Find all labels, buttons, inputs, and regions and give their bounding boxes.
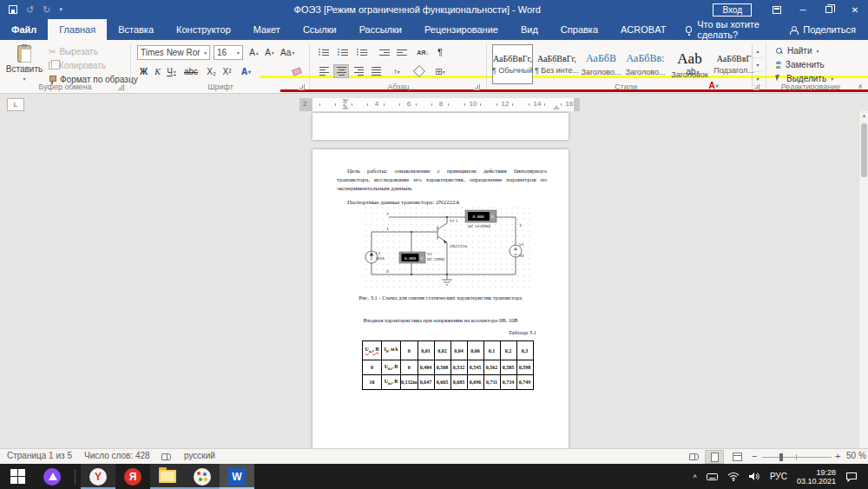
collapse-ribbon-icon[interactable]: ∧ — [858, 83, 863, 90]
table-cell[interactable]: 0,508 — [434, 360, 450, 375]
paragraph-dialog-launcher[interactable] — [474, 84, 480, 90]
tab-file[interactable]: Файл — [0, 19, 48, 40]
page-indicator[interactable]: Страница 1 из 5 — [7, 451, 72, 460]
clipboard-dialog-launcher[interactable] — [118, 84, 124, 90]
shading-button[interactable] — [411, 64, 427, 78]
font-dialog-launcher[interactable] — [299, 84, 305, 90]
borders-button[interactable]: ⊞▾ — [432, 64, 448, 78]
superscript-button[interactable]: X² — [220, 64, 233, 78]
table-cell[interactable]: 10 — [363, 375, 382, 390]
tab-acrobat[interactable]: ACROBAT — [609, 19, 677, 40]
table-cell[interactable]: 0 — [401, 360, 418, 375]
table-cell[interactable]: 0,598 — [516, 360, 533, 375]
align-center-button[interactable] — [333, 64, 349, 78]
table-header-cell[interactable]: 0,06 — [467, 341, 483, 360]
table-cell[interactable]: 0,711 — [483, 375, 500, 390]
paragraph-goal[interactable]: Цель работы: ознакомление с принципом де… — [337, 167, 547, 193]
undo-icon[interactable]: ↺ — [26, 5, 34, 15]
word-count[interactable]: Число слов: 428 — [84, 451, 150, 460]
table-cell[interactable]: 0,132m — [401, 375, 418, 390]
proofing-icon[interactable] — [161, 453, 171, 462]
font-size-combo[interactable]: 16▾ — [214, 45, 243, 60]
table-label[interactable]: Таблица 3.1 — [312, 328, 536, 337]
table-header-cell[interactable]: 0,04 — [450, 341, 467, 360]
taskbar-word-button[interactable]: W — [220, 464, 254, 489]
style-card-0[interactable]: АаБбВвГг,¶ Обычный — [492, 44, 533, 84]
read-mode-button[interactable] — [684, 450, 703, 464]
style-card-3[interactable]: АаБбВв:Заголово... — [625, 44, 666, 84]
align-left-button[interactable] — [316, 64, 332, 78]
table-cell[interactable]: 0,685 — [450, 375, 467, 390]
start-button[interactable] — [0, 464, 35, 489]
scroll-up-icon[interactable]: ▲ — [859, 113, 868, 118]
zoom-out-button[interactable]: − — [752, 451, 757, 461]
replace-button[interactable]: abас Заменить — [776, 60, 825, 69]
zoom-level[interactable]: 50 % — [846, 451, 866, 460]
hidden-icons-chevron[interactable]: ˄ — [693, 472, 697, 480]
multilevel-list-button[interactable] — [354, 45, 370, 59]
line-spacing-button[interactable]: ↕▾ — [389, 64, 404, 78]
tab-рецензирование[interactable]: Рецензирование — [413, 19, 510, 40]
bold-button[interactable]: Ж — [137, 64, 150, 78]
tab-справка[interactable]: Справка — [549, 19, 609, 40]
subscript-button[interactable]: X₂ — [205, 64, 218, 78]
table-cell[interactable]: 0,562 — [483, 360, 500, 375]
tab-главная[interactable]: Главная — [48, 19, 107, 40]
change-case-button[interactable]: Аа▾ — [280, 45, 294, 59]
underline-button[interactable]: Ч▾ — [165, 64, 178, 78]
web-layout-button[interactable] — [727, 450, 746, 464]
table-heading[interactable]: Входная характеристика при напряжении на… — [312, 316, 569, 325]
tab-вставка[interactable]: Вставка — [107, 19, 165, 40]
shrink-font-button[interactable]: А▾ — [263, 45, 276, 59]
font-family-combo[interactable]: Times New Ror▾ — [137, 45, 210, 60]
find-button[interactable]: Найти▾ — [776, 46, 819, 56]
ribbon-display-options-button[interactable] — [764, 0, 790, 19]
table-cell[interactable]: 0,585 — [500, 360, 516, 375]
copy-button[interactable]: Копировать — [49, 61, 106, 70]
close-button[interactable]: ✕ — [842, 0, 868, 19]
sign-in-button[interactable]: Вход — [713, 3, 752, 17]
taskbar-yandex-button[interactable]: Я — [115, 464, 150, 489]
styles-scroll-down-icon[interactable]: ▾ — [753, 58, 763, 72]
align-right-button[interactable] — [351, 64, 366, 78]
vertical-scrollbar[interactable]: ▲ — [858, 111, 868, 448]
style-card-4[interactable]: AabЗаголовок — [669, 44, 710, 84]
zoom-slider-track[interactable] — [762, 457, 832, 458]
zoom-slider-thumb[interactable] — [779, 453, 783, 461]
styles-scroll-up-icon[interactable]: ▴ — [753, 44, 763, 58]
taskbar-alice-button[interactable] — [35, 464, 69, 489]
numbering-button[interactable] — [335, 45, 351, 59]
decrease-indent-button[interactable] — [377, 45, 392, 59]
table-header-cell[interactable]: 0,3 — [516, 341, 533, 360]
table-cell[interactable]: 0,545 — [467, 360, 483, 375]
table-header-cell[interactable]: Iб, мА — [382, 341, 401, 360]
print-layout-button[interactable] — [705, 450, 724, 464]
clock[interactable]: 19:28 03.10.2021 — [797, 468, 836, 486]
figure-caption[interactable]: Рис. 3.1 - Схема для снятия статических … — [312, 294, 569, 302]
tab-рассылки[interactable]: Рассылки — [348, 19, 413, 40]
table-cell[interactable]: 0 — [363, 360, 382, 375]
first-line-indent-marker[interactable] — [342, 99, 349, 103]
table-cell[interactable]: 0,484 — [418, 360, 434, 375]
tab-ссылки[interactable]: Ссылки — [292, 19, 348, 40]
text-effects-button[interactable]: А▾ — [240, 64, 253, 78]
tab-вид[interactable]: Вид — [510, 19, 549, 40]
tell-me-box[interactable]: Что вы хотите сделать? — [677, 19, 790, 40]
share-button[interactable]: Поделиться — [790, 19, 868, 40]
bullets-button[interactable] — [316, 45, 332, 59]
tab-конструктор[interactable]: Конструктор — [165, 19, 242, 40]
table-cell[interactable]: 0,734 — [500, 375, 516, 390]
volume-icon[interactable] — [749, 472, 760, 481]
scrollbar-thumb[interactable] — [861, 123, 867, 177]
wifi-icon[interactable] — [727, 472, 740, 481]
strikethrough-button[interactable]: abc — [184, 64, 198, 78]
style-card-1[interactable]: АаБбВвГг,¶ Без инте... — [536, 44, 577, 84]
table-cell[interactable]: 0,532 — [450, 360, 467, 375]
table-cell[interactable]: 0,665 — [434, 375, 450, 390]
restore-button[interactable] — [816, 0, 842, 19]
grow-font-button[interactable]: А▴ — [247, 45, 260, 59]
table-header-cell[interactable]: 0,2 — [500, 341, 516, 360]
taskbar-paint-button[interactable] — [185, 464, 220, 489]
minimize-button[interactable]: ─ — [790, 0, 816, 19]
input-indicator-icon[interactable] — [707, 472, 718, 481]
